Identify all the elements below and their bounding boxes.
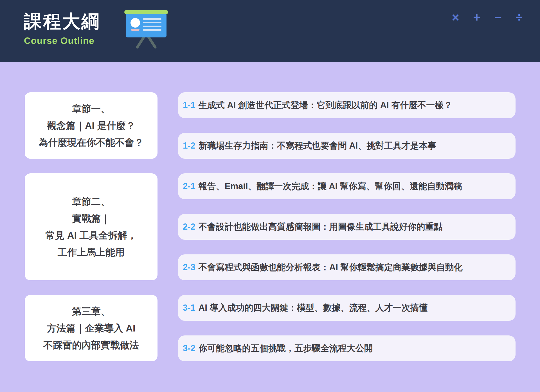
chapter-card-3: 第三章、 方法篇｜企業導入 AI 不踩雷的內部實戰做法 [25,295,158,361]
chapter-group-2: 章節二、 實戰篇｜ 常見 AI 工具全拆解， 工作上馬上能用 2-1 報告、Em… [25,173,540,280]
lesson-item-2-3: 2-3 不會寫程式與函數也能分析報表：AI 幫你輕鬆搞定商業數據與自動化 [178,254,516,280]
presentation-board-icon [124,9,169,50]
course-outline-body: 章節一、 觀念篇｜AI 是什麼？ 為什麼現在你不能不會？ 1-1 生成式 AI … [0,62,540,361]
chapter-group-1: 章節一、 觀念篇｜AI 是什麼？ 為什麼現在你不能不會？ 1-1 生成式 AI … [25,92,540,159]
lesson-number: 2-3 [183,262,195,272]
plus-icon: + [473,11,480,24]
chapter-line: 常見 AI 工具全拆解， [46,227,137,244]
lesson-number: 2-2 [183,222,195,232]
lesson-title: 報告、Email、翻譯一次完成：讓 AI 幫你寫、幫你回、還能自動潤稿 [199,180,462,192]
chapter-line: 第三章、 [72,303,110,320]
lesson-item-3-1: 3-1 AI 導入成功的四大關鍵：模型、數據、流程、人才一次搞懂 [178,295,516,321]
chapter-line: 章節二、 [72,193,110,210]
lesson-item-2-1: 2-1 報告、Email、翻譯一次完成：讓 AI 幫你寫、幫你回、還能自動潤稿 [178,173,516,199]
chapter-line: 章節一、 [72,100,110,117]
minus-icon: − [494,11,502,24]
chapter-line: 實戰篇｜ [72,210,110,227]
chapter-line: 方法篇｜企業導入 AI [47,320,136,337]
lesson-number: 3-2 [183,343,195,353]
math-symbols: × + − ÷ [452,11,523,24]
title-block: 課程大綱 Course Outline [24,11,100,46]
lesson-title: AI 導入成功的四大關鍵：模型、數據、流程、人才一次搞懂 [199,302,428,314]
page-title: 課程大綱 [24,11,100,32]
divide-icon: ÷ [516,11,523,24]
lesson-item-1-1: 1-1 生成式 AI 創造世代正式登場：它到底跟以前的 AI 有什麼不一樣？ [178,92,516,118]
chapter-card-1: 章節一、 觀念篇｜AI 是什麼？ 為什麼現在你不能不會？ [25,92,158,159]
lesson-number: 1-2 [183,141,195,151]
lesson-item-2-2: 2-2 不會設計也能做出高質感簡報圖：用圖像生成工具說好你的重點 [178,214,516,240]
lesson-list-2: 2-1 報告、Email、翻譯一次完成：讓 AI 幫你寫、幫你回、還能自動潤稿 … [178,173,516,280]
chapter-card-2: 章節二、 實戰篇｜ 常見 AI 工具全拆解， 工作上馬上能用 [25,173,158,280]
lesson-number: 1-1 [183,100,195,110]
page-subtitle: Course Outline [24,35,100,46]
chapter-line: 觀念篇｜AI 是什麼？ [47,117,136,134]
lesson-title: 生成式 AI 創造世代正式登場：它到底跟以前的 AI 有什麼不一樣？ [199,99,452,111]
lesson-list-3: 3-1 AI 導入成功的四大關鍵：模型、數據、流程、人才一次搞懂 3-2 你可能… [178,295,516,361]
lesson-list-1: 1-1 生成式 AI 創造世代正式登場：它到底跟以前的 AI 有什麼不一樣？ 1… [178,92,516,159]
chapter-group-3: 第三章、 方法篇｜企業導入 AI 不踩雷的內部實戰做法 3-1 AI 導入成功的… [25,295,540,361]
lesson-item-1-2: 1-2 新職場生存力指南：不寫程式也要會問 AI、挑對工具才是本事 [178,133,516,159]
chapter-line: 工作上馬上能用 [58,244,125,261]
multiply-icon: × [452,11,459,24]
chapter-line: 為什麼現在你不能不會？ [39,134,144,151]
lesson-number: 2-1 [183,181,195,191]
lesson-title: 不會寫程式與函數也能分析報表：AI 幫你輕鬆搞定商業數據與自動化 [199,261,463,273]
header: 課程大綱 Course Outline × + − ÷ [0,0,540,62]
lesson-title: 你可能忽略的五個挑戰，五步驟全流程大公開 [199,342,373,354]
chapter-line: 不踩雷的內部實戰做法 [43,337,139,353]
lesson-title: 新職場生存力指南：不寫程式也要會問 AI、挑對工具才是本事 [199,140,436,152]
lesson-item-3-2: 3-2 你可能忽略的五個挑戰，五步驟全流程大公開 [178,335,516,361]
lesson-number: 3-1 [183,303,195,313]
lesson-title: 不會設計也能做出高質感簡報圖：用圖像生成工具說好你的重點 [199,221,443,233]
